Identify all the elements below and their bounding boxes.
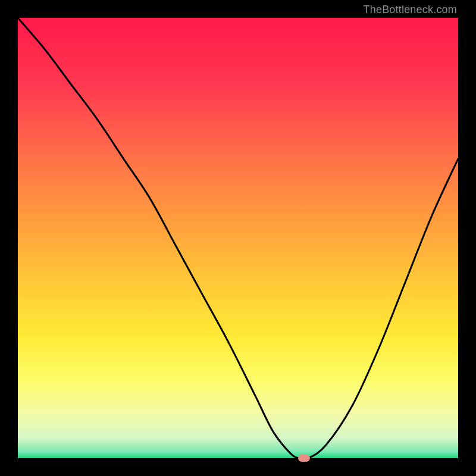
target-marker bbox=[298, 455, 310, 462]
plot-area bbox=[18, 18, 458, 458]
bottleneck-curve bbox=[18, 18, 458, 458]
curve-layer bbox=[18, 18, 458, 458]
watermark-text: TheBottleneck.com bbox=[364, 4, 457, 16]
chart-container: TheBottleneck.com bbox=[0, 0, 476, 476]
